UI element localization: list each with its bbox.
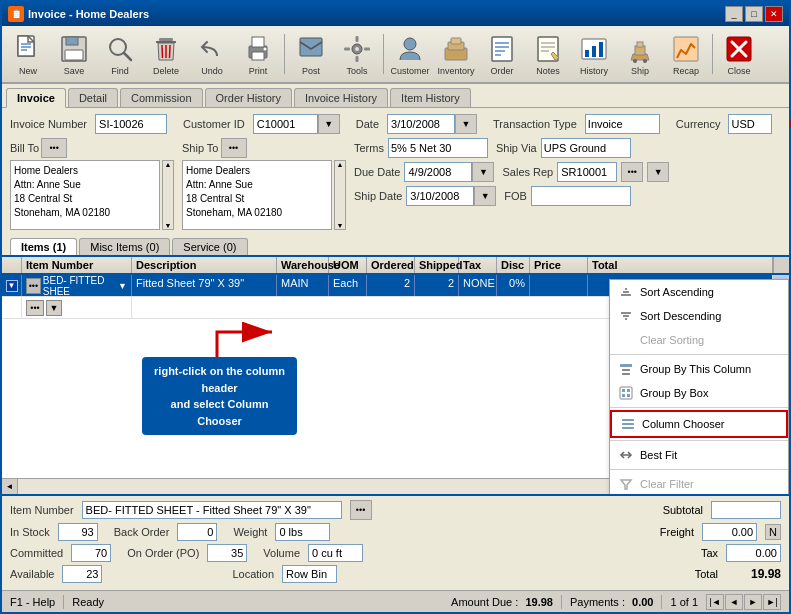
date-btn[interactable]: ▼ [455,114,477,134]
toolbar-undo[interactable]: Undo [190,30,234,79]
svg-rect-12 [252,37,264,47]
tab-detail[interactable]: Detail [68,88,118,107]
page-next-btn[interactable]: ► [744,594,762,610]
tab-invoice-history[interactable]: Invoice History [294,88,388,107]
ctx-group-by-box[interactable]: Group By Box [610,381,788,405]
toolbar-save[interactable]: Save [52,30,96,79]
customer-id-btn[interactable]: ▼ [318,114,340,134]
grid-col-description[interactable]: Description [132,257,277,273]
item-dropdown-1[interactable]: ▼ [118,281,127,291]
sort-asc-label: Sort Ascending [640,286,714,298]
grid-col-uom[interactable]: UOM [329,257,367,273]
ship-date-btn[interactable]: ▼ [474,186,496,206]
grid-cell-tax-1: NONE [459,275,497,296]
bill-to-scrollbar[interactable]: ▲ ▼ [162,160,174,230]
grid-col-total[interactable]: Total [588,257,773,273]
page-last-btn[interactable]: ►| [763,594,781,610]
due-date-btn[interactable]: ▼ [472,162,494,182]
maximize-button[interactable]: □ [745,6,763,22]
grid-col-shipped[interactable]: Shipped [415,257,459,273]
toolbar-post[interactable]: Post [289,30,333,79]
total-value: 19.98 [726,567,781,581]
ctx-sort-asc[interactable]: Sort Ascending [610,280,788,304]
toolbar-history[interactable]: History [572,30,616,79]
freight-input[interactable] [702,523,757,541]
sub-tab-items[interactable]: Items (1) [10,238,77,255]
grid-col-warehouse[interactable]: Warehouse [277,257,329,273]
toolbar-find[interactable]: Find [98,30,142,79]
invoice-form: Invoice Number Customer ID ▼ Date ▼ Tran… [2,108,789,234]
sales-rep-arrow[interactable]: ▼ [647,162,669,182]
ctx-best-fit[interactable]: Best Fit [610,443,788,467]
toolbar-inventory[interactable]: Inventory [434,30,478,79]
page-prev-btn[interactable]: ◄ [725,594,743,610]
page-first-btn[interactable]: |◄ [706,594,724,610]
item-number-bottom-input[interactable] [82,501,342,519]
grid-col-disc[interactable]: Disc [497,257,530,273]
item-select-btn-1[interactable]: ••• [26,278,41,294]
bottom-area: Item Number ••• Subtotal In Stock Back O… [2,494,789,590]
toolbar-recap[interactable]: Recap [664,30,708,79]
toolbar-tools[interactable]: Tools [335,30,379,79]
close-window-button[interactable]: ✕ [765,6,783,22]
minimize-button[interactable]: _ [725,6,743,22]
grid-col-ordered[interactable]: Ordered [367,257,415,273]
inventory-icon [440,33,472,65]
toolbar-close[interactable]: Close [717,30,761,79]
ship-date-label: Ship Date [354,190,402,202]
sub-tab-misc[interactable]: Misc Items (0) [79,238,170,255]
ctx-column-chooser[interactable]: Column Chooser [610,410,788,438]
toolbar-customer[interactable]: Customer [388,30,432,79]
fob-input[interactable] [531,186,631,206]
ctx-sort-desc[interactable]: Sort Descending [610,304,788,328]
toolbar-new[interactable]: New [6,30,50,79]
toolbar-notes[interactable]: Notes [526,30,570,79]
grid-col-price[interactable]: Price [530,257,588,273]
status-sep-1 [63,595,64,609]
subtotal-input[interactable] [711,501,781,519]
toolbar-order[interactable]: Order [480,30,524,79]
sub-tab-service[interactable]: Service (0) [172,238,247,255]
toolbar-print[interactable]: Print [236,30,280,79]
item-dropdown-2[interactable]: ▼ [46,300,62,316]
order-label: Order [490,66,513,76]
grid-col-item-number[interactable]: Item Number [22,257,132,273]
grid-header-select [2,257,22,273]
svg-rect-20 [344,47,350,50]
ship-date-input[interactable] [406,186,474,206]
customer-id-input[interactable] [253,114,318,134]
add-item-btn[interactable]: ••• [26,300,44,316]
available-label: Available [10,568,54,580]
toolbar-ship[interactable]: Ship [618,30,662,79]
notes-label: Notes [536,66,560,76]
due-date-input[interactable] [404,162,472,182]
bill-to-btn[interactable]: ••• [41,138,67,158]
tab-order-history[interactable]: Order History [205,88,292,107]
ship-to-section: Ship To ••• Home DealersAttn: Anne Sue18… [182,138,346,230]
sales-rep-btn[interactable]: ••• [621,162,643,182]
terms-select[interactable]: 5% 5 Net 30 [388,138,488,158]
item-number-bottom-btn[interactable]: ••• [350,500,372,520]
toolbar-delete[interactable]: Delete [144,30,188,79]
tax-input[interactable] [726,544,781,562]
date-input[interactable] [387,114,455,134]
ship-to-scrollbar[interactable]: ▲ ▼ [334,160,346,230]
ctx-sep-3 [610,440,788,441]
ship-via-select[interactable]: UPS Ground [541,138,631,158]
ship-icon [624,33,656,65]
tab-invoice[interactable]: Invoice [6,88,66,108]
tab-item-history[interactable]: Item History [390,88,471,107]
grid-area: Item Number Description Warehouse UOM Or… [2,257,789,494]
invoice-number-input[interactable] [95,114,167,134]
svg-rect-55 [622,423,634,425]
ctx-group-by-column[interactable]: Group By This Column [610,357,788,381]
ship-to-btn[interactable]: ••• [221,138,247,158]
ship-via-label: Ship Via [496,142,537,154]
sales-rep-input[interactable] [557,162,617,182]
title-controls: _ □ ✕ [725,6,783,22]
grid-col-tax[interactable]: Tax [459,257,497,273]
currency-select[interactable]: USD [728,114,772,134]
transaction-type-select[interactable]: Invoice [585,114,660,134]
tab-commission[interactable]: Commission [120,88,203,107]
grid-scroll-left[interactable]: ◄ [2,479,18,494]
